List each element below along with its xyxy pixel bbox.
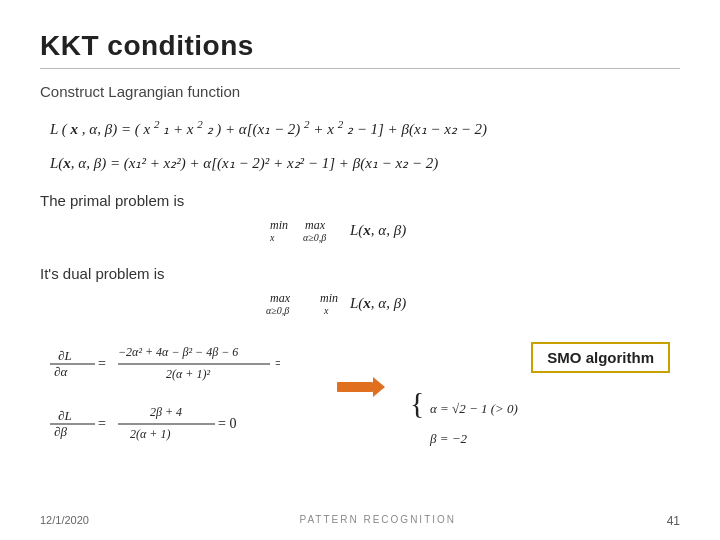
svg-text:2β + 4: 2β + 4 [150, 405, 182, 419]
svg-text:max: max [305, 218, 326, 232]
partials-svg: ∂L ∂α = −2α² + 4α − β² − 4β − 6 2(α + 1)… [40, 342, 280, 472]
primal-label: The primal problem is [40, 192, 680, 209]
lagrangian-formula: L ( x , α, β) = ( x 2 ₁ + x 2 ₂ ) + α[(x… [40, 108, 680, 182]
bottom-section: ∂L ∂α = −2α² + 4α − β² − 4β − 6 2(α + 1)… [40, 342, 680, 483]
dual-formula: max α≥0,β min x L(x, α, β) [40, 286, 680, 332]
footer-page: 41 [667, 514, 680, 528]
svg-text:2(α + 1)²: 2(α + 1)² [166, 367, 210, 381]
svg-marker-30 [373, 377, 385, 397]
svg-text:= 0: = 0 [275, 356, 280, 371]
svg-text:{: { [410, 386, 424, 419]
primal-svg: min x max α≥0,β L(x, α, β) [190, 213, 530, 259]
footer-date: 12/1/2020 [40, 514, 89, 528]
arrow-svg [335, 372, 385, 402]
svg-text:=: = [98, 356, 106, 371]
svg-text:α = √2 − 1 (> 0): α = √2 − 1 (> 0) [430, 401, 518, 416]
svg-text:∂β: ∂β [54, 424, 67, 439]
svg-text:L(x, α, β): L(x, α, β) [349, 295, 406, 312]
svg-text:max: max [270, 291, 291, 305]
primal-formula: min x max α≥0,β L(x, α, β) [40, 213, 680, 259]
partial-derivatives: ∂L ∂α = −2α² + 4α − β² − 4β − 6 2(α + 1)… [40, 342, 320, 476]
slide: KKT conditions Construct Lagrangian func… [0, 0, 720, 540]
footer-center: PATTERN RECOGNITION [300, 514, 457, 528]
right-result: SMO algorithm { α = √2 − 1 (> 0) β = −2 [400, 342, 680, 483]
svg-text:2(α + 1): 2(α + 1) [130, 427, 170, 441]
svg-text:= 0: = 0 [218, 416, 236, 431]
svg-text:L
        (
        x
        : L ( x , α, β) = ( x 2 ₁ + x 2 ₂ ) + α[(x… [49, 118, 487, 138]
svg-text:α≥0,β: α≥0,β [303, 232, 326, 243]
svg-text:L(x, α, β): L(x, α, β) [349, 222, 406, 239]
svg-text:β = −2: β = −2 [429, 431, 468, 446]
title-divider [40, 68, 680, 69]
svg-text:min: min [320, 291, 338, 305]
slide-title: KKT conditions [40, 30, 680, 62]
dual-svg: max α≥0,β min x L(x, α, β) [190, 286, 530, 332]
section1-label: Construct Lagrangian function [40, 83, 680, 100]
lagrangian-svg: L ( x , α, β) = ( x 2 ₁ + x 2 ₂ ) + α[(x… [40, 108, 680, 146]
dual-label: It's dual problem is [40, 265, 680, 282]
svg-text:∂L: ∂L [58, 408, 72, 423]
smo-box: SMO algorithm [531, 342, 670, 373]
svg-text:x: x [269, 232, 275, 243]
svg-text:−2α² + 4α − β² − 4β − 6: −2α² + 4α − β² − 4β − 6 [118, 345, 238, 359]
svg-text:min: min [270, 218, 288, 232]
svg-text:L(x, α, β) = (x₁² + x₂²) + α[(: L(x, α, β) = (x₁² + x₂²) + α[(x₁ − 2)² +… [49, 155, 438, 172]
svg-text:∂L: ∂L [58, 348, 72, 363]
svg-rect-29 [337, 382, 373, 392]
svg-text:α≥0,β: α≥0,β [266, 305, 289, 316]
svg-text:=: = [98, 416, 106, 431]
footer: 12/1/2020 PATTERN RECOGNITION 41 [0, 514, 720, 528]
implies-arrow [330, 342, 390, 402]
svg-text:∂α: ∂α [54, 364, 68, 379]
lagrangian-full-svg: L(x, α, β) = (x₁² + x₂²) + α[(x₁ − 2)² +… [40, 146, 680, 182]
result-svg: { α = √2 − 1 (> 0) β = −2 [400, 383, 580, 483]
svg-text:x: x [323, 305, 329, 316]
